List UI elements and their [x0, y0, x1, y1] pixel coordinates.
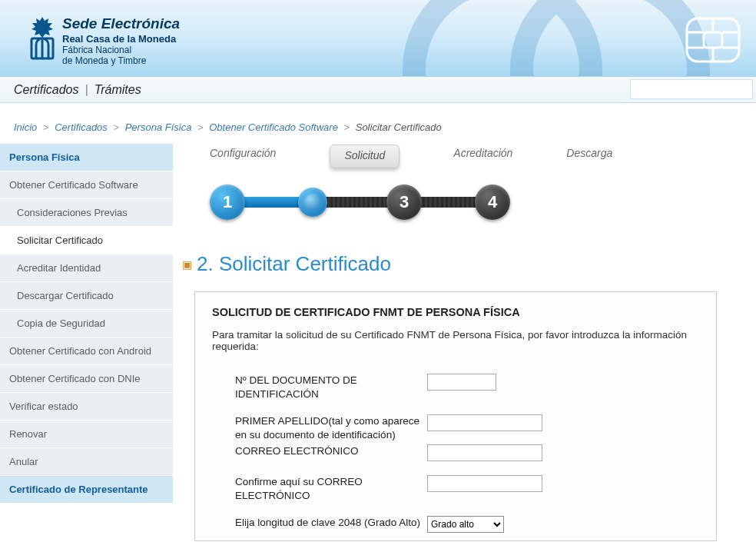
sidebar-head[interactable]: Persona Física: [0, 144, 173, 171]
sidebar-item-anular[interactable]: Anular: [0, 448, 173, 476]
label-correo2: Confirme aquí su CORREO ELECTRÓNICO: [212, 475, 427, 502]
svg-rect-3: [704, 32, 722, 48]
crumb-obtener-software[interactable]: Obtener Certificado Software: [209, 121, 338, 133]
site-header: Sede Electrónica Real Casa de la Moneda …: [0, 0, 756, 77]
step-track: 1 3 4: [210, 177, 517, 231]
nav-sep: |: [85, 83, 88, 97]
input-apellido[interactable]: [427, 414, 542, 431]
nav-certificados[interactable]: Certificados: [14, 83, 78, 97]
step-labels: Configuración Solicitud Acreditación Des…: [204, 147, 748, 171]
select-clave[interactable]: Grado alto: [427, 516, 504, 533]
step-node-2[interactable]: [298, 188, 327, 217]
form-intro: Para tramitar la solicitud de su Certifi…: [212, 329, 699, 352]
sidebar-item-consideraciones[interactable]: Consideraciones Previas: [0, 199, 173, 227]
sidebar-item-renovar[interactable]: Renovar: [0, 421, 173, 448]
step-label-1: Configuración: [210, 147, 276, 171]
label-clave: Elija longitud de clave 2048 (Grado Alto…: [212, 516, 427, 530]
step-node-3[interactable]: 3: [386, 185, 422, 220]
input-correo[interactable]: [427, 444, 542, 461]
sidebar-item-obtener-software[interactable]: Obtener Certificado Software: [0, 171, 173, 199]
sidebar-item-solicitar[interactable]: Solicitar Certificado: [0, 227, 173, 254]
sidebar-item-dnie[interactable]: Obtener Certificado con DNIe: [0, 365, 173, 393]
chip-icon[interactable]: [685, 17, 741, 63]
sidebar-item-acreditar[interactable]: Acreditar Identidad: [0, 254, 173, 282]
sidebar-footer[interactable]: Certificado de Representante: [0, 476, 173, 504]
step-track-line: [227, 197, 500, 208]
breadcrumb: Inicio > Certificados > Persona Física >…: [0, 103, 756, 144]
step-node-4[interactable]: 4: [475, 185, 510, 220]
label-apellido: PRIMER APELLIDO(tal y como aparece en su…: [212, 414, 427, 441]
sidebar-item-verificar[interactable]: Verificar estado: [0, 393, 173, 421]
sidebar-item-descargar[interactable]: Descargar Certificado: [0, 282, 173, 310]
label-doc: Nº DEL DOCUMENTO DE IDENTIFICACIÓN: [212, 374, 427, 401]
crumb-current: Solicitar Certificado: [356, 121, 442, 133]
step-label-2: Solicitud: [330, 145, 400, 168]
search-input[interactable]: [630, 79, 753, 99]
form-panel: SOLICITUD DE CERTIFICADO FNMT DE PERSONA…: [194, 291, 717, 541]
calendar-icon: ▣: [182, 258, 192, 271]
header-decor: [0, 0, 756, 76]
top-nav: Certificados | Trámites: [0, 77, 756, 103]
nav-tramites[interactable]: Trámites: [94, 83, 141, 97]
page-title-text: 2. Solicitar Certificado: [197, 252, 391, 276]
crumb-persona-fisica[interactable]: Persona Física: [125, 121, 192, 133]
sidebar: Persona Física Obtener Certificado Softw…: [0, 144, 173, 541]
step-label-3: Acreditación: [453, 147, 512, 171]
label-correo: CORREO ELECTRÓNICO: [212, 444, 427, 458]
input-correo-confirm[interactable]: [427, 475, 542, 492]
step-node-1[interactable]: 1: [210, 185, 245, 220]
crumb-certificados[interactable]: Certificados: [55, 121, 108, 133]
sidebar-item-android[interactable]: Obtener Certificado con Android: [0, 338, 173, 365]
input-doc[interactable]: [427, 374, 496, 391]
page-title: ▣ 2. Solicitar Certificado: [182, 252, 748, 276]
sidebar-item-copia[interactable]: Copia de Seguridad: [0, 310, 173, 338]
crumb-inicio[interactable]: Inicio: [14, 121, 37, 133]
content-area: Configuración Solicitud Acreditación Des…: [173, 144, 756, 541]
form-heading: SOLICITUD DE CERTIFICADO FNMT DE PERSONA…: [212, 306, 699, 318]
step-label-4: Descarga: [566, 147, 612, 171]
